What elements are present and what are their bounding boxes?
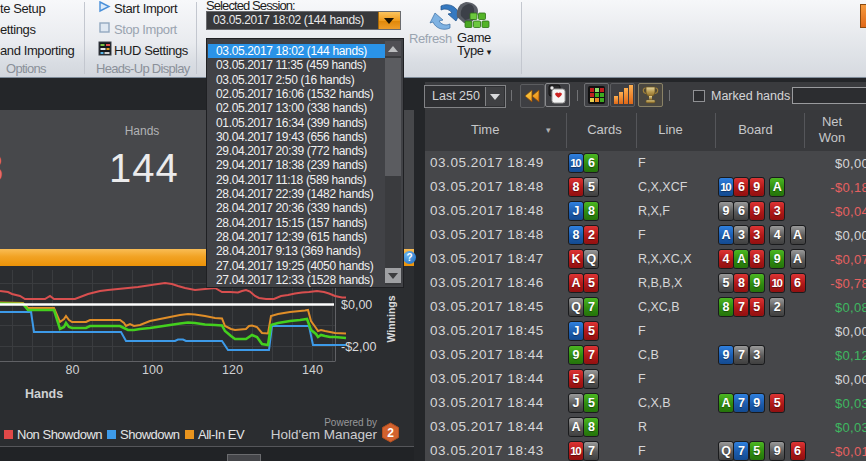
svg-text:140: 140 xyxy=(302,363,323,377)
svg-text:-$2,00: -$2,00 xyxy=(341,340,376,354)
svg-text:Winnings: Winnings xyxy=(385,295,397,342)
svg-text:Showdown: Showdown xyxy=(120,427,180,442)
svg-text:$0,00: $0,00 xyxy=(341,298,372,312)
svg-text:Non Showdown: Non Showdown xyxy=(17,427,102,442)
svg-text:Hold'em Manager: Hold'em Manager xyxy=(271,427,378,442)
svg-text:100: 100 xyxy=(142,363,163,377)
svg-text:All-In EV: All-In EV xyxy=(198,427,245,442)
svg-text:Hands: Hands xyxy=(25,387,63,401)
svg-text:120: 120 xyxy=(222,363,243,377)
svg-text:2: 2 xyxy=(387,426,394,440)
svg-text:80: 80 xyxy=(66,363,80,377)
